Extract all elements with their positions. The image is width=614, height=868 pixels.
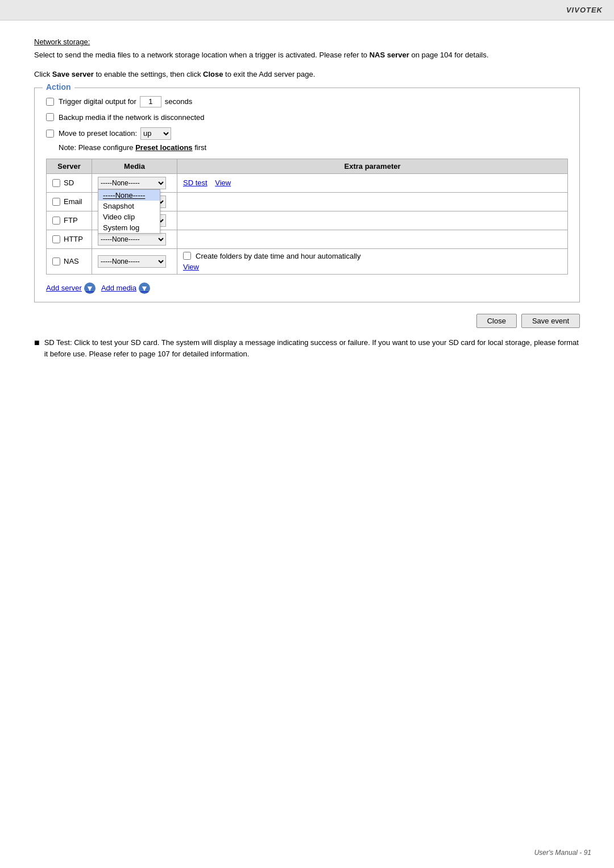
close-button[interactable]: Close [476,314,517,328]
trigger-label: Trigger digital output for [59,97,136,106]
nas-label: NAS [64,257,79,265]
nas-extra-content: Create folders by date time and hour aut… [183,252,562,271]
ftp-extra-cell [177,211,568,230]
sd-dropdown-videoclip[interactable]: Video clip [98,211,160,222]
add-server-icon: ▼ [84,283,96,294]
sd-note: ■ SD Test: Click to test your SD card. T… [34,337,580,361]
sd-view-link[interactable]: View [215,178,231,187]
action-buttons-row: Close Save event [34,314,580,328]
sd-note-text: SD Test: Click to test your SD card. The… [44,337,580,361]
sd-test-link[interactable]: SD test [183,178,208,187]
ftp-checkbox[interactable] [52,217,60,225]
email-label: Email [64,197,82,206]
network-storage-title: Network storage: [34,38,580,46]
email-checkbox[interactable] [52,198,60,206]
server-media-table: Server Media Extra parameter SD [46,159,568,275]
click-mid: to enable the settings, then click [96,70,201,78]
add-media-button[interactable]: Add media ▼ [101,283,150,294]
http-label: HTTP [64,235,83,243]
trigger-row: Trigger digital output for seconds [46,96,568,107]
note-post: first [194,143,206,152]
preset-checkbox[interactable] [46,130,54,138]
trigger-suffix: seconds [165,97,192,106]
desc-line2: on page 104 for details. [411,51,488,59]
click-end: to exit the Add server page. [225,70,315,78]
http-checkbox[interactable] [52,235,60,243]
action-panel-title: Action [43,82,74,92]
backup-label: Backup media if the network is disconnec… [59,113,205,122]
http-media-select[interactable]: -----None----- Snapshot Video clip Syste… [98,233,166,246]
col-media: Media [92,159,177,173]
save-server-bold: Save server [52,70,94,78]
email-server-cell: Email [47,192,92,211]
nas-create-folders-label: Create folders by date time and hour aut… [196,252,361,260]
desc-line1: Select to send the media files to a netw… [34,51,367,59]
email-extra-cell [177,192,568,211]
top-bar: VIVOTEK [0,0,614,20]
sd-media-select[interactable]: -----None----- Snapshot Video clip Syste… [98,177,166,189]
brand-label: VIVOTEK [566,6,603,14]
nas-server-cell: NAS [47,248,92,274]
action-panel: Action Trigger digital output for second… [34,88,580,302]
add-server-label: Add server [46,284,82,292]
backup-row: Backup media if the network is disconnec… [46,113,568,122]
add-server-button[interactable]: Add server ▼ [46,283,96,294]
backup-checkbox[interactable] [46,113,54,121]
sd-dropdown-container: -----None----- Snapshot Video clip Syste… [98,177,166,189]
preset-select[interactable]: up down left right [140,127,171,140]
nas-view-link[interactable]: View [183,263,562,271]
sd-note-bullet: ■ [34,337,40,348]
preset-row: Move to preset location: up down left ri… [46,127,568,140]
network-storage-desc: Select to send the media files to a netw… [34,49,580,61]
add-buttons-row: Add server ▼ Add media ▼ [46,283,568,294]
ftp-label: FTP [64,216,78,225]
sd-dropdown-none[interactable]: -----None----- [98,190,160,201]
sd-server-cell: SD [47,173,92,192]
nas-server-bold: NAS server [370,51,409,59]
trigger-value-input[interactable] [140,96,161,107]
main-content: Network storage: Select to send the medi… [0,20,614,383]
col-server: Server [47,159,92,173]
note-text: Note: Please configure Preset locations … [46,143,568,152]
close-bold: Close [203,70,223,78]
sd-checkbox[interactable] [52,179,60,187]
note-pre: Note: Please configure [59,143,134,152]
footer-text: User's Manual - 91 [534,849,591,857]
nas-checkbox[interactable] [52,258,60,265]
sd-dropdown-snapshot[interactable]: Snapshot [98,201,160,211]
nas-extra-cell: Create folders by date time and hour aut… [177,248,568,274]
sd-dropdown-syslog[interactable]: System log [98,222,160,233]
nas-media-cell: -----None----- Snapshot Video clip Syste… [92,248,177,274]
page-footer: User's Manual - 91 [534,849,591,857]
http-server-cell: HTTP [47,230,92,248]
nas-create-folders-checkbox[interactable] [183,252,191,260]
add-media-label: Add media [101,284,136,292]
click-instruction: Click Save server to enable the settings… [34,70,580,78]
col-extra: Extra parameter [177,159,568,173]
sd-extra-cell: SD test View [177,173,568,192]
http-extra-cell [177,230,568,248]
ftp-server-cell: FTP [47,211,92,230]
table-row: NAS -----None----- Snapshot Video clip S… [47,248,568,274]
nas-create-row: Create folders by date time and hour aut… [183,252,562,260]
sd-label: SD [64,178,74,187]
trigger-checkbox[interactable] [46,98,54,106]
preset-locations-link[interactable]: Preset locations [135,143,192,152]
sd-dropdown-list: -----None----- Snapshot Video clip Syste… [98,189,160,234]
add-media-icon: ▼ [139,283,150,294]
table-row: SD -----None----- Snapshot Video clip Sy… [47,173,568,192]
nas-media-select[interactable]: -----None----- Snapshot Video clip Syste… [98,255,166,268]
save-event-button[interactable]: Save event [521,314,580,328]
click-pre: Click [34,70,50,78]
sd-media-cell: -----None----- Snapshot Video clip Syste… [92,173,177,192]
preset-label: Move to preset location: [59,129,137,138]
